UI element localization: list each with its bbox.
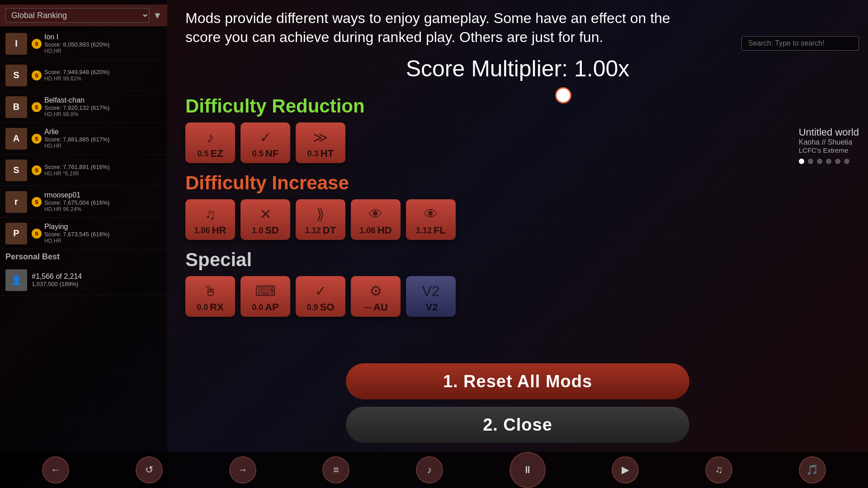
nav-music[interactable]: 🎵 <box>799 456 826 483</box>
nav-pause[interactable]: ⏸ <box>509 452 546 488</box>
player-info: Belfast-chan Score: 7,920,132 (617%) HD,… <box>44 96 162 117</box>
player-info: rmoosep01 Score: 7,675,004 (616%) HD,HR … <box>44 191 162 212</box>
player-tags: HD,HR 99.61% <box>44 75 162 82</box>
mod-hd-button[interactable]: 👁 1.06 HD <box>351 199 401 240</box>
mod-rx-name: RX <box>210 301 224 313</box>
ranking-dropdown[interactable]: Global Ranking <box>5 8 149 23</box>
player-avatar: B <box>5 96 27 118</box>
mod-ez-mult: 0.5 <box>197 149 208 159</box>
difficulty-increase-mods: ♫ 1.06 HR ✕ 1.0 SD ⟫ 1.12 DT 👁 <box>185 199 850 240</box>
sidebar-player-item[interactable]: S S Score: 7,761,891 (616%) HD,HR *6,189 <box>0 155 167 186</box>
mod-so-mult: 0.9 <box>307 303 318 312</box>
mods-description: Mods provide different ways to enjoy gam… <box>185 9 683 47</box>
mod-au-label: --- AU <box>363 301 388 313</box>
nav-play[interactable]: ▶ <box>612 456 639 483</box>
bottom-nav: ← ↺ → ≡ ♪ ⏸ ▶ ♫ 🎵 <box>0 452 868 488</box>
player-rank-badge: S <box>32 165 42 175</box>
mod-dt-button[interactable]: ⟫ 1.12 DT <box>296 199 345 240</box>
difficulty-reduction-label: Difficulty Reduction <box>185 95 850 117</box>
mod-rx-label: 0.0 RX <box>197 301 224 313</box>
sidebar-player-item[interactable]: A S Arlie Score: 7,881,885 (617%) HD,HR <box>0 123 167 155</box>
mod-dt-label: 1.12 DT <box>305 225 336 236</box>
mod-hr-button[interactable]: ♫ 1.06 HR <box>185 199 235 240</box>
nav-retry[interactable]: ↺ <box>136 456 163 483</box>
player-score: Score: 7,675,004 (616%) <box>44 199 162 206</box>
nav-back[interactable]: ← <box>42 456 69 483</box>
sidebar-player-item[interactable]: S S Score: 7,949,948 (620%) HD,HR 99.61% <box>0 60 167 91</box>
player-name: Ion I <box>44 33 162 41</box>
player-avatar: A <box>5 128 27 150</box>
mod-hd-label: 1.06 HD <box>360 225 392 236</box>
player-info: Arlie Score: 7,881,885 (617%) HD,HR <box>44 128 162 149</box>
close-button[interactable]: 2. Close <box>346 407 689 443</box>
player-rank-badge: S <box>32 134 42 144</box>
mod-v2-label: V2 <box>424 301 438 313</box>
player-score: Score: 8,050,893 (620%) <box>44 41 162 48</box>
mod-dt-mult: 1.12 <box>305 226 321 235</box>
player-tags: HD,HR *6,189 <box>44 170 162 177</box>
mod-fl-mult: 1.12 <box>416 226 432 235</box>
mods-panel: Mods provide different ways to enjoy gam… <box>167 0 868 452</box>
mod-ht-label: 0.3 HT <box>307 148 334 160</box>
player-name: Belfast-chan <box>44 96 162 104</box>
player-tags: HD,HR <box>44 143 162 149</box>
mod-rx-icon: 🖱 <box>203 283 217 300</box>
mod-rx-button[interactable]: 🖱 0.0 RX <box>185 276 235 317</box>
mod-so-label: 0.9 SO <box>307 301 335 313</box>
player-score: Score: 7,949,948 (620%) <box>44 69 162 75</box>
mod-ht-button[interactable]: ≫ 0.3 HT <box>296 122 345 163</box>
mod-ap-icon: ⌨ <box>255 282 276 300</box>
mod-v2-icon: V2 <box>422 283 439 300</box>
sidebar-header[interactable]: Global Ranking ▼ <box>0 5 167 26</box>
mod-so-icon: ✓ <box>315 282 327 300</box>
mod-sd-button[interactable]: ✕ 1.0 SD <box>241 199 290 240</box>
mod-fl-button[interactable]: 👁 1.12 FL <box>406 199 456 240</box>
mod-nf-button[interactable]: ✓ 0.5 NF <box>241 122 290 163</box>
mod-au-icon: ⚙ <box>369 282 382 300</box>
nav-menu[interactable]: ≡ <box>322 456 349 483</box>
difficulty-increase-label: Difficulty Increase <box>185 172 850 194</box>
mod-hr-icon: ♫ <box>205 206 216 223</box>
player-tags: HD,HR <box>44 238 162 244</box>
player-name: rmoosep01 <box>44 191 162 199</box>
mod-ht-mult: 0.3 <box>307 149 319 159</box>
mod-ap-button[interactable]: ⌨ 0.0 AP <box>241 276 290 317</box>
special-label: Special <box>185 249 850 271</box>
mod-ap-name: AP <box>265 301 279 313</box>
difficulty-reduction-section: Difficulty Reduction ♪ 0.5 EZ ✓ 0.5 NF ≫… <box>185 95 850 163</box>
mod-ez-button[interactable]: ♪ 0.5 EZ <box>185 122 235 163</box>
mod-au-name: AU <box>373 301 388 313</box>
mod-nf-mult: 0.5 <box>252 149 264 159</box>
mod-fl-name: FL <box>434 225 446 236</box>
score-multiplier: Score Multiplier: 1.00x <box>185 56 850 82</box>
personal-best-info: #1,566 of 2,214 1,037,500 (189%) <box>32 272 162 287</box>
sidebar-player-item[interactable]: P S Playing Score: 7,673,545 (616%) HD,H… <box>0 218 167 249</box>
nav-audio[interactable]: ♫ <box>705 456 732 483</box>
player-rank-badge: S <box>32 70 42 80</box>
special-section: Special 🖱 0.0 RX ⌨ 0.0 AP ✓ 0.9 SO <box>185 249 850 317</box>
personal-best-label: Personal Best <box>0 249 167 264</box>
mod-dt-name: DT <box>323 225 336 236</box>
player-name: Arlie <box>44 128 162 136</box>
mod-fl-icon: 👁 <box>424 206 438 223</box>
difficulty-increase-section: Difficulty Increase ♫ 1.06 HR ✕ 1.0 SD ⟫… <box>185 172 850 240</box>
sidebar-player-item[interactable]: B S Belfast-chan Score: 7,920,132 (617%)… <box>0 91 167 123</box>
mod-so-button[interactable]: ✓ 0.9 SO <box>296 276 345 317</box>
mod-ap-label: 0.0 AP <box>252 301 279 313</box>
personal-best-score: 1,037,500 (189%) <box>32 281 162 287</box>
personal-best-item: 👤 #1,566 of 2,214 1,037,500 (189%) <box>0 264 167 296</box>
player-avatar: S <box>5 65 27 86</box>
sidebar-player-item[interactable]: I S Ion I Score: 8,050,893 (620%) HD,HR <box>0 28 167 60</box>
mod-hr-mult: 1.06 <box>194 226 210 235</box>
mod-ap-mult: 0.0 <box>252 303 263 312</box>
nav-mods[interactable]: ♪ <box>416 456 443 483</box>
mod-ez-icon: ♪ <box>207 129 214 146</box>
nav-forward[interactable]: → <box>229 456 256 483</box>
mod-au-button[interactable]: ⚙ --- AU <box>351 276 401 317</box>
mod-v2-button[interactable]: V2 V2 <box>406 276 456 317</box>
mod-dt-icon: ⟫ <box>316 206 325 223</box>
mod-ez-name: EZ <box>210 148 223 160</box>
reset-button[interactable]: 1. Reset All Mods <box>346 363 689 399</box>
sidebar-player-item[interactable]: r S rmoosep01 Score: 7,675,004 (616%) HD… <box>0 186 167 218</box>
player-avatar: I <box>5 33 27 55</box>
